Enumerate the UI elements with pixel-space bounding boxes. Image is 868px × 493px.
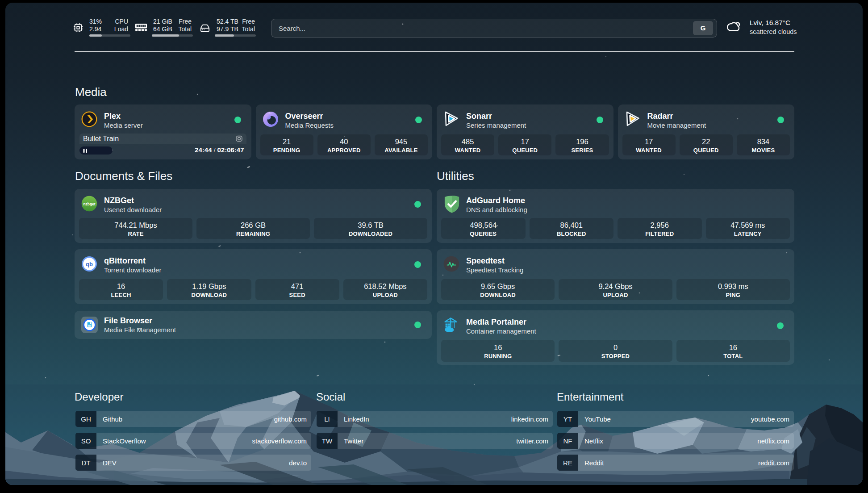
svg-text:qb: qb: [86, 261, 93, 267]
svg-text:nzbget: nzbget: [83, 202, 96, 206]
